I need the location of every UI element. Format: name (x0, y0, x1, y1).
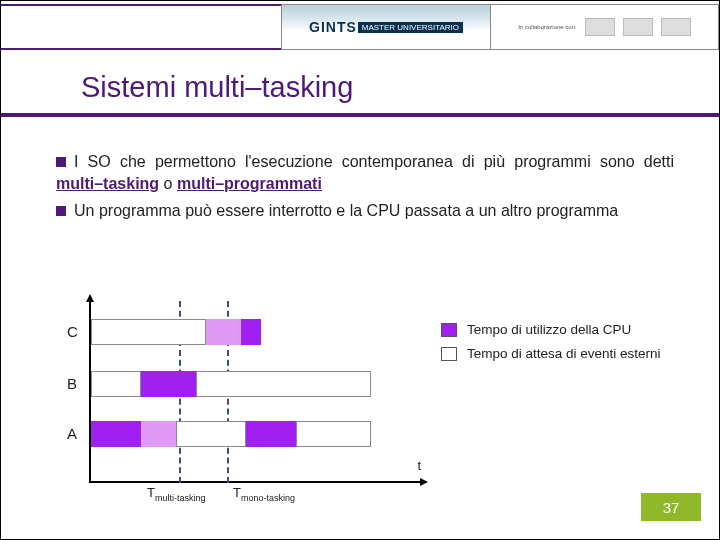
page-number: 37 (641, 493, 701, 521)
legend-cpu-label: Tempo di utilizzo della CPU (467, 321, 631, 339)
brand-badge: MASTER UNIVERSITARIO (358, 22, 463, 33)
row-a (91, 421, 341, 447)
bullet-icon (56, 157, 66, 167)
timeline-chart: C B A t Tmulti-tasking Tmono-tasking (61, 301, 421, 501)
axis-x-label: t (417, 458, 421, 473)
row-c (91, 319, 341, 345)
header: GINTS MASTER UNIVERSITARIO In collaboraz… (1, 4, 719, 50)
bullet-2: Un programma può essere interrotto e la … (56, 200, 674, 222)
legend: Tempo di utilizzo della CPU Tempo di att… (441, 321, 676, 369)
brand-name: GINTS (309, 19, 357, 35)
collab-block: In collaborazione con: (490, 4, 719, 50)
text: I SO che permettono l'esecuzione contemp… (74, 153, 674, 170)
swatch-cpu-icon (441, 323, 457, 337)
row-label-c: C (67, 323, 78, 340)
bullet-1: I SO che permettono l'esecuzione contemp… (56, 151, 674, 196)
text: Un programma può essere interrotto e la … (74, 202, 618, 219)
row-label-b: B (67, 375, 77, 392)
title-rule (1, 113, 719, 117)
partner-logo (585, 18, 615, 36)
legend-wait: Tempo di attesa di eventi esterni (441, 345, 676, 363)
bullet-icon (56, 206, 66, 216)
legend-cpu: Tempo di utilizzo della CPU (441, 321, 676, 339)
marker-multitasking: Tmulti-tasking (147, 485, 205, 503)
marker-monotasking: Tmono-tasking (233, 485, 295, 503)
page-title: Sistemi multi–tasking (81, 71, 353, 104)
row-label-a: A (67, 425, 77, 442)
body-text: I SO che permettono l'esecuzione contemp… (56, 151, 674, 226)
row-b (91, 371, 341, 397)
partner-logo (661, 18, 691, 36)
collab-label: In collaborazione con: (518, 24, 576, 30)
term-multitasking: multi–tasking (56, 175, 159, 192)
partner-logo (623, 18, 653, 36)
text: o (159, 175, 177, 192)
axis-x (89, 481, 421, 483)
swatch-wait-icon (441, 347, 457, 361)
legend-wait-label: Tempo di attesa di eventi esterni (467, 345, 661, 363)
brand-logo: GINTS MASTER UNIVERSITARIO (281, 4, 491, 50)
term-multiprogrammati: multi–programmati (177, 175, 322, 192)
